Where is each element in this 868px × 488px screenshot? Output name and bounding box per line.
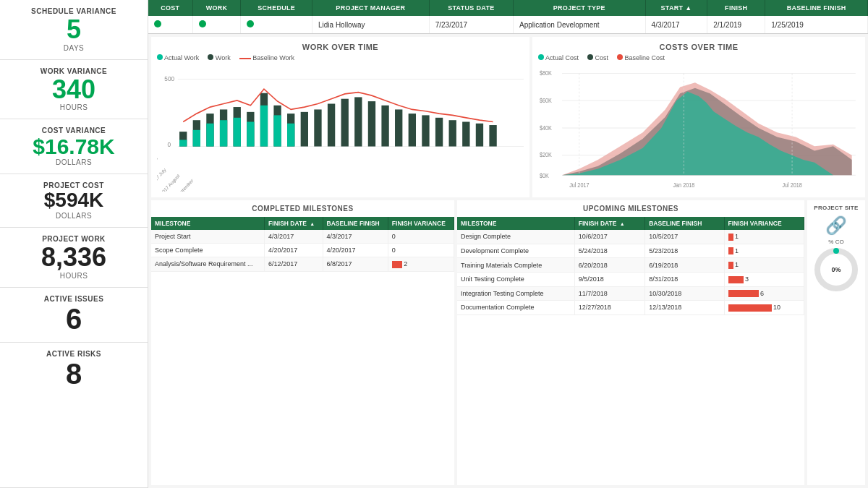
svg-rect-16 [341, 99, 349, 147]
work-variance-value: 340 [9, 75, 139, 104]
svg-rect-34 [260, 106, 268, 147]
finish-date: 10/6/2017 [574, 230, 644, 244]
finish-date: 4/3/2017 [265, 230, 323, 244]
col-finish-date[interactable]: FINISH DATE ▲ [574, 217, 644, 230]
baseline-finish: 12/13/2018 [645, 301, 724, 315]
col-finish-variance[interactable]: FINISH VARIANCE [724, 217, 804, 230]
project-work-unit: HOURS [9, 272, 139, 280]
work-chart-title: WORK OVER TIME [157, 43, 524, 51]
baseline-finish: 10/5/2017 [645, 230, 724, 244]
cost-chart-title: COSTS OVER TIME [538, 43, 859, 51]
finish-variance: 6 [724, 286, 804, 301]
baseline-finish: 4/3/2017 [323, 230, 388, 244]
completed-milestones-table: MILESTONE FINISH DATE ▲ BASELINE FINISH … [151, 217, 454, 272]
svg-text:500: 500 [164, 74, 174, 82]
cost-variance-label: COST VARIANCE [9, 127, 139, 134]
cost-chart: COSTS OVER TIME Actual Cost Cost Baselin… [532, 37, 865, 197]
svg-rect-15 [328, 104, 335, 147]
baseline-finish: 6/19/2018 [645, 258, 724, 273]
finish-date: 6/20/2018 [574, 258, 644, 273]
svg-rect-30 [206, 124, 213, 147]
schedule-variance-unit: DAYS [9, 44, 139, 52]
svg-rect-17 [354, 97, 362, 146]
col-start[interactable]: START ▲ [645, 0, 707, 16]
col-schedule[interactable]: SCHEDULE [241, 0, 312, 16]
col-finish[interactable]: FINISH [707, 0, 765, 16]
finish-variance: 0 [388, 230, 454, 244]
work-variance-unit: HOURS [9, 103, 139, 111]
work-variance-label: WORK VARIANCE [9, 67, 139, 75]
legend-cost: Cost [587, 54, 608, 61]
svg-rect-20 [395, 109, 402, 146]
baseline-finish: 8/31/2018 [645, 272, 724, 286]
active-issues-block: ACTIVE ISSUES 6 [0, 288, 148, 343]
col-finish-date[interactable]: FINISH DATE ▲ [265, 217, 323, 230]
svg-text:0: 0 [167, 140, 171, 147]
svg-rect-24 [449, 120, 456, 146]
svg-rect-26 [476, 124, 483, 147]
cost-variance-block: COST VARIANCE $16.78K DOLLARS [0, 119, 148, 174]
svg-rect-22 [422, 115, 429, 146]
project-cost-block: PROJECT COST $594K DOLLARS [0, 174, 148, 228]
start-date: 4/3/2017 [645, 16, 707, 33]
project-work-block: PROJECT WORK 8,336 HOURS [0, 228, 148, 288]
project-cost-value: $594K [9, 189, 139, 212]
work-chart-legend: Actual Work Work Baseline Work [157, 54, 524, 61]
milestone-name: Development Complete [457, 244, 574, 258]
completed-milestones-title: COMPLETED MILESTONES [151, 200, 454, 217]
legend-baseline-cost: Baseline Cost [617, 54, 665, 61]
milestone-name: Training Materials Complete [457, 258, 574, 273]
svg-rect-19 [381, 106, 388, 147]
cost-variance-unit: DOLLARS [9, 158, 139, 166]
svg-rect-31 [220, 120, 227, 146]
project-type: Application Development [514, 16, 646, 33]
col-milestone[interactable]: MILESTONE [151, 217, 265, 230]
col-pm[interactable]: PROJECT MANAGER [312, 0, 429, 16]
finish-variance: 1 [724, 258, 804, 273]
col-finish-variance[interactable]: FINISH VARIANCE [388, 217, 454, 230]
milestone-name: Project Start [151, 230, 265, 244]
col-cost[interactable]: COST [148, 0, 192, 16]
svg-text:Jul 2017: Jul 2017 [569, 181, 590, 189]
schedule-variance-value: 5 [9, 15, 139, 44]
milestone-name: Documentation Complete [457, 301, 574, 315]
table-row: Scope Complete 4/20/2017 4/20/2017 0 [151, 244, 454, 257]
col-project-type[interactable]: PROJECT TYPE [514, 0, 646, 16]
baseline-finish-date: 1/25/2019 [765, 16, 868, 33]
col-baseline-finish[interactable]: BASELINE FINISH [645, 217, 724, 230]
svg-rect-14 [314, 109, 321, 146]
table-row: Integration Testing Complete 11/7/2018 1… [457, 286, 804, 301]
svg-text:2017 August: 2017 August [159, 173, 181, 192]
svg-rect-28 [179, 140, 187, 146]
milestone-name: Integration Testing Complete [457, 286, 574, 301]
project-work-value: 8,336 [9, 243, 139, 272]
table-row: Training Materials Complete 6/20/2018 6/… [457, 258, 804, 273]
svg-rect-13 [301, 112, 308, 147]
schedule-status-dot [247, 20, 254, 27]
milestone-name: Scope Complete [151, 244, 265, 257]
table-row: Analysis/Software Requirement ... 6/12/2… [151, 257, 454, 272]
col-milestone[interactable]: MILESTONE [457, 217, 574, 230]
legend-work: Work [208, 54, 230, 61]
svg-text:$80K: $80K [540, 69, 552, 77]
finish-date: 5/24/2018 [574, 244, 644, 258]
percent-label: % CO [828, 239, 843, 245]
col-work[interactable]: WORK [192, 0, 241, 16]
milestone-name: Design Complete [457, 230, 574, 244]
baseline-finish: 4/20/2017 [323, 244, 388, 257]
svg-rect-36 [287, 124, 294, 147]
link-icon[interactable]: 🔗 [825, 215, 847, 236]
svg-rect-27 [489, 125, 496, 147]
cost-chart-legend: Actual Cost Cost Baseline Cost [538, 54, 859, 61]
svg-text:$20K: $20K [540, 152, 552, 159]
upcoming-milestones-title: UPCOMING MILESTONES [457, 200, 804, 217]
milestones-row: COMPLETED MILESTONES MILESTONE FINISH DA… [148, 200, 868, 488]
col-status-date[interactable]: STATUS DATE [429, 0, 513, 16]
col-baseline-finish[interactable]: BASELINE FINISH [765, 0, 868, 16]
baseline-finish: 5/23/2018 [645, 244, 724, 258]
finish-variance: 3 [724, 272, 804, 286]
percent-value: 0% [831, 266, 841, 273]
svg-rect-29 [193, 130, 200, 147]
legend-actual-work: Actual Work [157, 54, 199, 61]
col-baseline-finish[interactable]: BASELINE FINISH [323, 217, 388, 230]
